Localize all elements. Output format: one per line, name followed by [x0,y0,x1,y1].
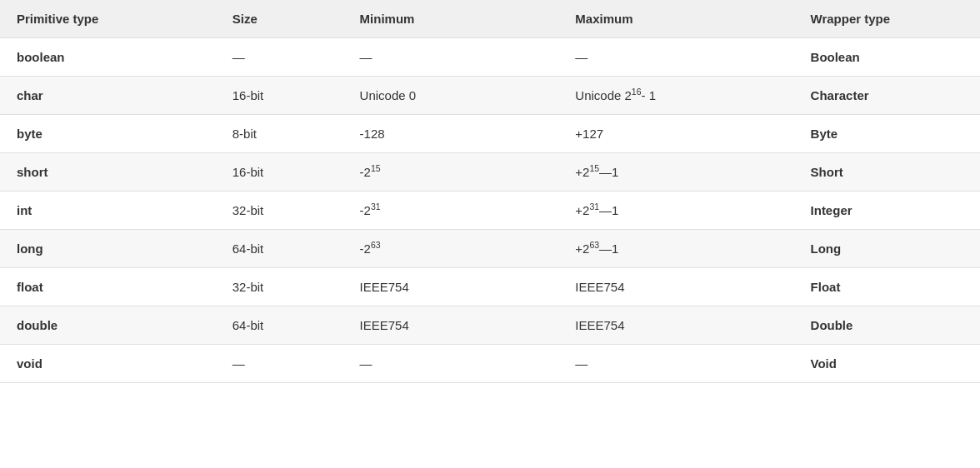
cell-size: 64-bit [216,230,343,268]
cell-size: 32-bit [216,268,343,306]
cell-minimum: — [343,38,559,77]
header-size: Size [216,0,343,38]
cell-minimum: -215 [343,153,559,192]
cell-size: 8-bit [216,115,343,153]
cell-maximum: +127 [558,115,793,153]
cell-primitive: int [0,192,216,230]
cell-maximum: IEEE754 [558,306,793,345]
cell-size: 16-bit [216,153,343,192]
cell-primitive: long [0,230,216,268]
cell-minimum: — [343,345,559,383]
cell-size: — [216,345,343,383]
table-row: boolean — — — Boolean [0,38,980,77]
cell-wrapper: Short [794,153,980,192]
table-row: char 16-bit Unicode 0 Unicode 216- 1 Cha… [0,77,980,115]
cell-maximum: — [558,345,793,383]
cell-minimum: IEEE754 [343,268,559,306]
cell-wrapper: Long [794,230,980,268]
cell-primitive: float [0,268,216,306]
cell-minimum: -128 [343,115,559,153]
table-row: long 64-bit -263 +263—1 Long [0,230,980,268]
cell-wrapper: Integer [794,192,980,230]
table-row: byte 8-bit -128 +127 Byte [0,115,980,153]
cell-wrapper: Character [794,77,980,115]
header-minimum: Minimum [343,0,559,38]
cell-primitive: void [0,345,216,383]
cell-wrapper: Void [794,345,980,383]
cell-size: — [216,38,343,77]
table-row: int 32-bit -231 +231—1 Integer [0,192,980,230]
cell-maximum: Unicode 216- 1 [558,77,793,115]
cell-wrapper: Boolean [794,38,980,77]
table-row: float 32-bit IEEE754 IEEE754 Float [0,268,980,306]
cell-primitive: char [0,77,216,115]
cell-wrapper: Double [794,306,980,345]
cell-primitive: double [0,306,216,345]
cell-primitive: short [0,153,216,192]
cell-maximum: +231—1 [558,192,793,230]
cell-primitive: boolean [0,38,216,77]
cell-maximum: — [558,38,793,77]
cell-size: 16-bit [216,77,343,115]
cell-minimum: Unicode 0 [343,77,559,115]
main-container: Primitive type Size Minimum Maximum Wrap… [0,0,980,468]
cell-wrapper: Byte [794,115,980,153]
table-row: double 64-bit IEEE754 IEEE754 Double [0,306,980,345]
cell-maximum: IEEE754 [558,268,793,306]
cell-minimum: IEEE754 [343,306,559,345]
header-primitive-type: Primitive type [0,0,216,38]
table-row: void — — — Void [0,345,980,383]
cell-size: 64-bit [216,306,343,345]
header-wrapper-type: Wrapper type [794,0,980,38]
primitive-types-table: Primitive type Size Minimum Maximum Wrap… [0,0,980,383]
cell-minimum: -263 [343,230,559,268]
cell-wrapper: Float [794,268,980,306]
table-header-row: Primitive type Size Minimum Maximum Wrap… [0,0,980,38]
table-row: short 16-bit -215 +215—1 Short [0,153,980,192]
cell-maximum: +263—1 [558,230,793,268]
cell-minimum: -231 [343,192,559,230]
cell-maximum: +215—1 [558,153,793,192]
header-maximum: Maximum [558,0,793,38]
cell-size: 32-bit [216,192,343,230]
cell-primitive: byte [0,115,216,153]
